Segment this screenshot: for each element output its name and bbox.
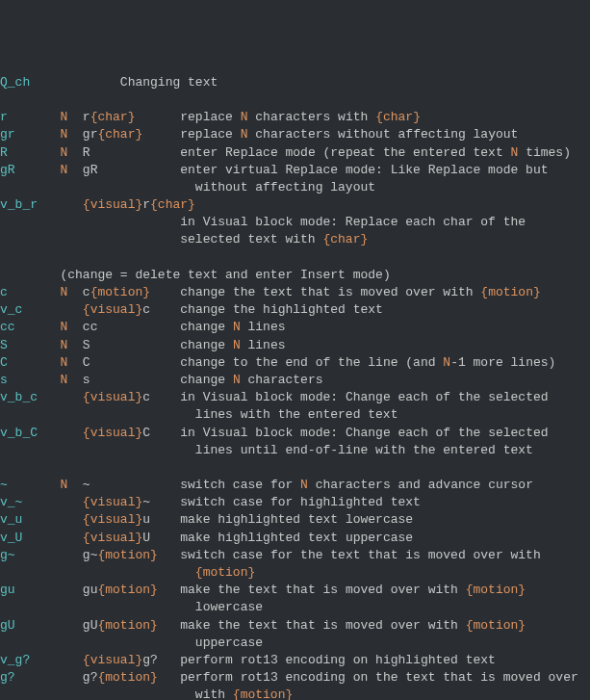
section-header: Q_ch Changing text bbox=[0, 74, 590, 91]
help-row: v_g? {visual}g? perform rot13 encoding o… bbox=[0, 652, 590, 669]
row-count bbox=[60, 495, 82, 509]
cmd-text: gr bbox=[83, 127, 98, 142]
help-row bbox=[0, 459, 590, 477]
desc-text: lines until end-of-line with the entered… bbox=[180, 443, 533, 457]
cmd-text: g? bbox=[142, 653, 158, 667]
row-tag: v_g? bbox=[0, 653, 60, 667]
row-tag: v_b_c bbox=[0, 390, 60, 404]
row-tag: g~ bbox=[0, 548, 60, 562]
desc-text: characters bbox=[241, 373, 323, 387]
cmd-text: {visual} bbox=[83, 531, 142, 545]
row-count bbox=[60, 426, 82, 440]
desc-text: lines bbox=[241, 338, 286, 352]
cmd-text: {motion} bbox=[90, 285, 150, 299]
desc-text: in Visual block mode: Replace each char … bbox=[180, 215, 526, 229]
help-row: r N r{char} replace N characters with {c… bbox=[0, 109, 590, 126]
row-tag: v_b_r bbox=[0, 197, 60, 212]
row-tag: r bbox=[0, 110, 60, 124]
row-count bbox=[60, 583, 82, 597]
help-row: gr N gr{char} replace N characters witho… bbox=[0, 126, 590, 143]
row-count: N bbox=[60, 145, 82, 160]
help-row: uppercase bbox=[0, 635, 590, 652]
cmd-text: r bbox=[83, 110, 90, 124]
desc-text: lines bbox=[241, 320, 286, 334]
cmd-text: {motion} bbox=[97, 583, 157, 597]
desc-text: make the text that is moved over with bbox=[180, 618, 465, 633]
desc-text: N bbox=[233, 320, 241, 334]
help-row: v_u {visual}u make highlighted text lowe… bbox=[0, 511, 590, 529]
row-count bbox=[60, 390, 82, 404]
help-row: v_~ {visual}~ switch case for highlighte… bbox=[0, 494, 590, 511]
row-tag: v_b_C bbox=[0, 426, 60, 440]
help-row: lines with the entered text bbox=[0, 406, 590, 424]
row-count: N bbox=[60, 355, 82, 370]
desc-text: perform rot13 encoding on highlighted te… bbox=[180, 653, 496, 667]
desc-text: times) bbox=[518, 145, 571, 160]
desc-text: N bbox=[241, 110, 248, 124]
row-tag: g? bbox=[0, 670, 60, 685]
help-row: g~ g~{motion} switch case for the text t… bbox=[0, 547, 590, 564]
cmd-text: {visual} bbox=[83, 653, 142, 667]
desc-text: N bbox=[300, 478, 308, 492]
help-document: Q_ch Changing text r N r{char} replace N… bbox=[0, 74, 590, 700]
cmd-text: {char} bbox=[97, 127, 142, 142]
cmd-text: gR bbox=[83, 163, 98, 177]
help-row: ~ N ~ switch case for N characters and a… bbox=[0, 477, 590, 494]
row-count bbox=[60, 670, 82, 685]
row-count bbox=[60, 512, 82, 527]
row-count: N bbox=[60, 320, 82, 334]
desc-text: {motion} bbox=[466, 583, 526, 597]
help-row: c N c{motion} change the text that is mo… bbox=[0, 284, 590, 301]
help-row: s N s change N characters bbox=[0, 372, 590, 389]
desc-text: {motion} bbox=[480, 285, 540, 299]
cmd-text: cc bbox=[83, 320, 98, 334]
cmd-text: C bbox=[83, 355, 90, 370]
help-row: v_b_r {visual}r{char} bbox=[0, 196, 590, 214]
desc-text: make the text that is moved over with bbox=[180, 583, 465, 597]
desc-text: switch case for highlighted text bbox=[180, 495, 421, 509]
cmd-text: g~ bbox=[83, 548, 98, 562]
help-row: lines until end-of-line with the entered… bbox=[0, 442, 590, 459]
help-row: C N C change to the end of the line (and… bbox=[0, 354, 590, 372]
row-tag: gr bbox=[0, 127, 60, 142]
desc-text bbox=[180, 565, 195, 580]
row-count bbox=[60, 302, 82, 317]
help-row: v_b_C {visual}C in Visual block mode: Ch… bbox=[0, 425, 590, 442]
desc-text: with bbox=[180, 687, 233, 700]
row-tag: v_c bbox=[0, 302, 60, 317]
help-row: g? g?{motion} perform rot13 encoding on … bbox=[0, 669, 590, 687]
desc-text: characters with bbox=[248, 110, 376, 124]
desc-text: make highlighted text uppercase bbox=[180, 531, 413, 545]
help-row: gU gU{motion} make the text that is move… bbox=[0, 617, 590, 635]
help-row: v_c {visual}c change the highlighted tex… bbox=[0, 301, 590, 319]
section-tag: Q_ch bbox=[0, 75, 120, 90]
help-row: selected text with {char} bbox=[0, 231, 590, 248]
row-count bbox=[60, 548, 82, 562]
row-tag: v_U bbox=[0, 531, 60, 545]
row-count bbox=[60, 197, 82, 212]
cmd-text: gU bbox=[83, 618, 98, 633]
desc-text: uppercase bbox=[180, 635, 263, 650]
desc-text: N bbox=[233, 338, 241, 352]
help-row: with {motion} bbox=[0, 687, 590, 700]
desc-text: switch case for bbox=[180, 478, 300, 492]
desc-text: {char} bbox=[322, 232, 368, 246]
help-row: cc N cc change N lines bbox=[0, 319, 590, 336]
row-tag: cc bbox=[0, 320, 60, 334]
cmd-text: S bbox=[83, 338, 90, 352]
desc-text: {motion} bbox=[195, 565, 255, 580]
row-tag: v_~ bbox=[0, 495, 60, 509]
help-row: v_U {visual}U make highlighted text uppe… bbox=[0, 530, 590, 547]
cmd-text: {char} bbox=[90, 110, 136, 124]
row-tag: s bbox=[0, 373, 60, 387]
desc-text: characters and advance cursor bbox=[308, 478, 533, 492]
row-tag: gU bbox=[0, 618, 60, 633]
cmd-text: {visual} bbox=[83, 390, 142, 404]
help-row: S N S change N lines bbox=[0, 337, 590, 354]
desc-text: {motion} bbox=[233, 687, 293, 700]
help-row: in Visual block mode: Replace each char … bbox=[0, 214, 590, 231]
help-row: {motion} bbox=[0, 564, 590, 582]
note-text: (change = delete text and enter Insert m… bbox=[60, 268, 390, 282]
row-count bbox=[60, 618, 82, 633]
row-count: N bbox=[60, 163, 82, 177]
